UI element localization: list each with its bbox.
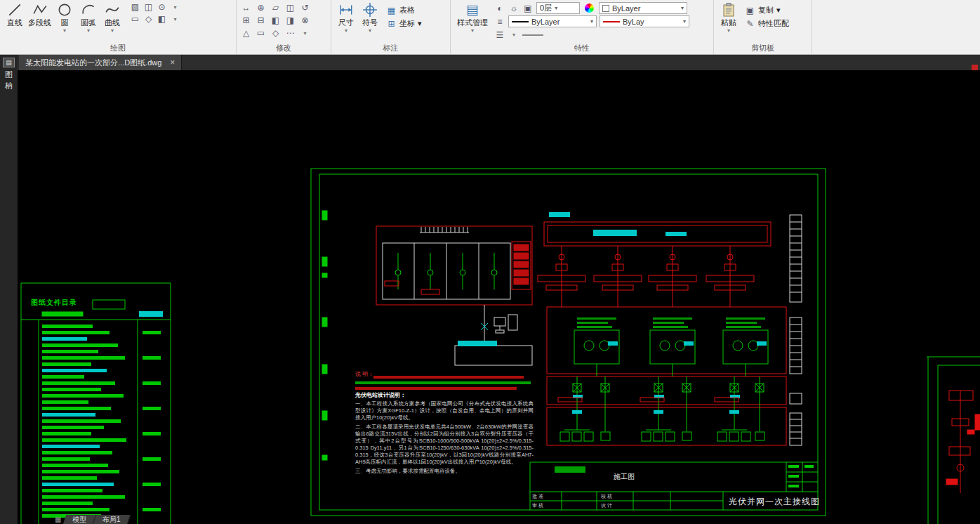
spline-icon <box>105 2 120 18</box>
close-icon[interactable]: × <box>170 58 175 67</box>
circle-button-label: 圆 <box>61 18 69 28</box>
donut-icon[interactable]: ⊙ <box>155 1 168 13</box>
color-select[interactable]: ByLayer ▾ <box>599 2 687 14</box>
copy-tool-icon[interactable]: ⊕ <box>254 2 267 14</box>
chevron-down-icon: ▾ <box>683 18 686 25</box>
chevron-down-icon[interactable]: ▾ <box>168 1 182 13</box>
chevron-down-icon: ▾ <box>63 28 66 33</box>
polyline-button-label: 多段线 <box>28 18 51 28</box>
ribbon-panel-modify: ↔ ⊕ ▱ ◫ ↺ ⊞ ⊟ ◧ ◨ ⊗ △ ▭ ◇ ⋯ ▾ 修改 <box>237 0 331 54</box>
array-icon[interactable]: ⊞ <box>239 15 253 27</box>
panel-label-draw: 绘图 <box>0 43 236 53</box>
symbol-button[interactable]: 符号 ▾ <box>358 1 382 34</box>
break-icon[interactable]: ◇ <box>269 27 282 39</box>
chevron-down-icon: ▾ <box>345 28 347 33</box>
linetype-select[interactable]: ByLayer ▾ <box>508 15 597 27</box>
left-toolbar: ▤ 图 枘 <box>0 55 18 524</box>
spline-button[interactable]: 曲线 ▾ <box>100 1 124 34</box>
line-button[interactable]: 直线 <box>3 1 27 29</box>
linetype-list-icon[interactable]: ≡ <box>494 17 505 27</box>
chevron-down-icon: ▾ <box>418 19 422 28</box>
chevron-down-icon: ▾ <box>590 18 593 25</box>
layer-select[interactable]: 0层 ▾ <box>536 2 580 14</box>
grid-icon: ▦ <box>55 516 61 523</box>
offset-icon[interactable]: ▭ <box>254 27 267 39</box>
chevron-down-icon[interactable]: ▾ <box>298 27 312 39</box>
color-wheel-icon[interactable] <box>585 4 594 13</box>
trim-icon[interactable]: ⊟ <box>254 15 267 27</box>
chamfer-icon[interactable]: ◨ <box>284 15 297 27</box>
arc-icon <box>81 2 96 18</box>
chevron-down-icon: ▾ <box>369 28 371 33</box>
lineweight-swatch <box>603 21 620 22</box>
linetype-swatch <box>512 21 529 22</box>
chevron-down-icon: ▾ <box>681 5 684 11</box>
match-properties-icon: ✎ <box>745 19 755 29</box>
move-icon[interactable]: ↔ <box>239 2 253 14</box>
more-icon[interactable]: ⋯ <box>284 27 297 39</box>
lineweight-select[interactable]: ByLay ▾ <box>600 15 689 27</box>
rectangle-icon[interactable]: ▭ <box>128 13 142 25</box>
table-button[interactable]: ▦ 表格 <box>386 4 422 16</box>
style-manager-button[interactable]: ▤ 样式管理 ▾ <box>453 1 491 34</box>
hatch-icon[interactable]: ▨ <box>128 1 142 13</box>
gradient-icon[interactable]: ◧ <box>155 13 168 25</box>
symbol-button-label: 符号 <box>362 18 378 28</box>
chevron-down-icon[interactable]: ▾ <box>168 13 182 25</box>
polygon-icon[interactable]: ◇ <box>142 13 155 25</box>
palette-icon[interactable]: ▤ <box>3 58 15 67</box>
cad-canvas[interactable] <box>18 70 980 524</box>
chevron-down-icon: ▾ <box>87 28 90 33</box>
rotate-icon[interactable]: ↺ <box>298 2 312 14</box>
copy-button[interactable]: ▣ 复制 ▾ <box>745 4 789 16</box>
dimension-button[interactable]: 尺寸 ▾ <box>334 1 358 34</box>
line-button-label: 直线 <box>7 18 22 28</box>
circle-icon <box>57 2 72 18</box>
lineweight-preview <box>522 34 543 36</box>
dimension-icon <box>338 2 354 18</box>
sun-icon[interactable]: ☼ <box>508 4 519 13</box>
polyline-button[interactable]: 多段线 <box>27 1 53 29</box>
ribbon-toolbar: 直线 多段线 圆 ▾ 圆弧 ▾ 曲线 <box>0 0 980 55</box>
panel-label-annotate: 标注 <box>331 43 450 53</box>
layout-tabbar: ▦ 模型 布局1 <box>55 515 129 524</box>
list-icon[interactable]: ☰ <box>494 30 505 40</box>
document-tab[interactable]: 某太阳能发电站的一次部分...D图纸.dwg × <box>19 55 182 70</box>
coordinate-button[interactable]: ⊞ 坐标 ▾ <box>386 18 422 30</box>
ribbon-panel-draw: 直线 多段线 圆 ▾ 圆弧 ▾ 曲线 <box>0 0 237 54</box>
chevron-down-icon: ▾ <box>111 28 114 33</box>
circle-button[interactable]: 圆 ▾ <box>53 1 77 34</box>
polyline-icon <box>32 2 48 18</box>
line-icon <box>7 2 22 18</box>
linetype-value: ByLayer <box>531 18 559 26</box>
layer-value: 0层 <box>540 3 552 13</box>
annotate-extra-tools: ▦ 表格 ⊞ 坐标 ▾ <box>386 1 422 30</box>
color-value: ByLayer <box>612 4 640 13</box>
symbol-icon <box>362 2 378 18</box>
paste-button[interactable]: 粘贴 ▾ <box>717 1 741 34</box>
side-tool-label[interactable]: 图 <box>0 70 18 80</box>
chevron-down-icon: ▾ <box>555 5 557 11</box>
layer-lock-icon[interactable]: ▣ <box>522 4 534 13</box>
style-manager-label: 样式管理 <box>457 18 488 28</box>
tab-layout1[interactable]: 布局1 <box>93 515 131 524</box>
tab-model-label: 模型 <box>72 515 86 524</box>
region-icon[interactable]: ◫ <box>142 1 155 13</box>
arc-button[interactable]: 圆弧 ▾ <box>77 1 100 34</box>
match-properties-label: 特性匹配 <box>758 18 789 29</box>
mirror-icon[interactable]: ◫ <box>284 2 297 14</box>
match-properties-button[interactable]: ✎ 特性匹配 <box>745 18 789 30</box>
clipboard-extra-tools: ▣ 复制 ▾ ✎ 特性匹配 <box>745 1 789 30</box>
layer-visibility-icon[interactable]: ◐ <box>494 4 505 13</box>
explode-icon[interactable]: ⊗ <box>298 15 312 27</box>
chevron-down-icon: ▾ <box>776 6 781 15</box>
spline-button-label: 曲线 <box>105 18 120 28</box>
ribbon-panel-annotate: 尺寸 ▾ 符号 ▾ ▦ 表格 ⊞ 坐标 ▾ <box>331 0 451 54</box>
side-tool-label[interactable]: 枘 <box>0 81 18 91</box>
fillet-icon[interactable]: ◧ <box>269 15 282 27</box>
chevron-down-icon[interactable]: ▾ <box>508 32 519 38</box>
stretch-icon[interactable]: ▱ <box>269 2 282 14</box>
tab-model[interactable]: 模型 <box>63 515 96 524</box>
panel-label-modify: 修改 <box>237 43 331 53</box>
scale-icon[interactable]: △ <box>239 27 253 39</box>
